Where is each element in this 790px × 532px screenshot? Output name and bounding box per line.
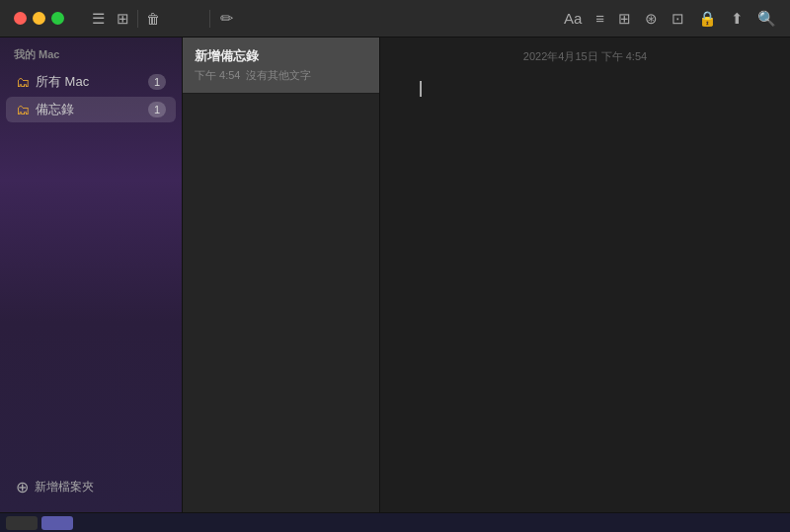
note-item-preview: 沒有其他文字: [246, 68, 311, 83]
lock-icon[interactable]: 🔒: [698, 10, 717, 28]
sidebar-item-notes[interactable]: 🗂 備忘錄 1: [6, 97, 176, 122]
main-area: 我的 Mac 🗂 所有 Mac 1 🗂 備忘錄 1 ⊕ 新增檔案夾 新增備忘錄 …: [0, 38, 790, 512]
text-cursor: [420, 81, 422, 97]
taskbar-strip: [0, 512, 790, 532]
note-item-title: 新增備忘錄: [195, 47, 367, 65]
taskbar-thumb-1[interactable]: [6, 516, 38, 530]
editor-body[interactable]: [380, 70, 790, 512]
taskbar-thumb-2[interactable]: [41, 516, 73, 530]
note-list-item[interactable]: 新增備忘錄 下午 4:54 沒有其他文字: [183, 38, 379, 94]
font-icon[interactable]: Aa: [564, 10, 582, 27]
compose-icon[interactable]: ✏: [220, 9, 233, 28]
editor-date: 2022年4月15日 下午 4:54: [380, 38, 790, 70]
sidebar-section-label: 我的 Mac: [0, 38, 182, 68]
sidebar-item-all-mac-label: 所有 Mac: [36, 73, 89, 91]
list-view-icon[interactable]: ☰: [92, 10, 105, 28]
trash-icon[interactable]: 🗑: [146, 11, 160, 27]
folder-notes-icon: 🗂: [16, 102, 30, 117]
search-icon[interactable]: 🔍: [757, 10, 776, 28]
titlebar: ☰ ⊞ 🗑 ✏ Aa ≡ ⊞ ⊛ ⊡ 🔒 ⬆ 🔍: [0, 0, 790, 38]
note-item-time: 下午 4:54: [195, 68, 240, 83]
folder-icon: 🗂: [16, 74, 30, 90]
grid-view-icon[interactable]: ⊞: [117, 10, 129, 28]
minimize-button[interactable]: [33, 12, 45, 25]
share-collab-icon[interactable]: ⊛: [645, 10, 658, 28]
table-icon[interactable]: ⊞: [618, 10, 631, 28]
new-folder-label: 新增檔案夾: [35, 479, 94, 495]
maximize-button[interactable]: [51, 12, 64, 25]
sidebar-footer: ⊕ 新增檔案夾: [0, 462, 182, 512]
sidebar-item-all-mac-badge: 1: [148, 74, 166, 90]
checklist-icon[interactable]: ≡: [595, 10, 604, 27]
new-folder-button[interactable]: ⊕ 新增檔案夾: [10, 474, 172, 500]
sidebar: 我的 Mac 🗂 所有 Mac 1 🗂 備忘錄 1 ⊕ 新增檔案夾: [0, 38, 183, 512]
gallery-icon[interactable]: ⊡: [672, 10, 684, 28]
plus-icon: ⊕: [16, 478, 29, 496]
sidebar-item-all-mac[interactable]: 🗂 所有 Mac 1: [6, 69, 176, 95]
note-item-meta: 下午 4:54 沒有其他文字: [195, 68, 367, 83]
sidebar-item-notes-badge: 1: [148, 102, 166, 117]
share-icon[interactable]: ⬆: [731, 10, 744, 28]
editor[interactable]: 2022年4月15日 下午 4:54: [380, 38, 790, 512]
editor-toolbar-right: Aa ≡ ⊞ ⊛ ⊡ 🔒 ⬆ 🔍: [564, 10, 790, 28]
close-button[interactable]: [14, 12, 27, 25]
note-list: 新增備忘錄 下午 4:54 沒有其他文字: [183, 38, 380, 512]
sidebar-item-notes-label: 備忘錄: [36, 101, 74, 118]
traffic-lights: [0, 12, 78, 25]
